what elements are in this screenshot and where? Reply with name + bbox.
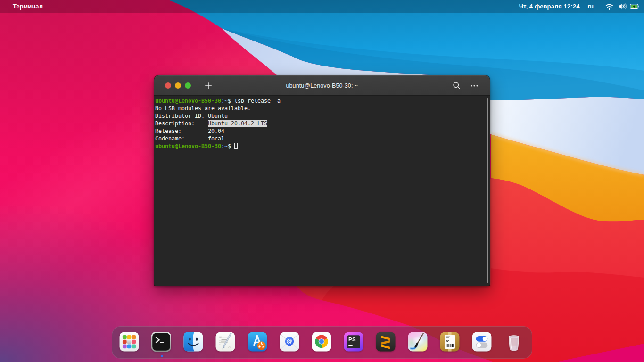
dock-item-files[interactable] (183, 332, 203, 352)
terminal-window: ubuntu@Lenovo-B50-30: ~ ubuntu@Lenovo-B5… (154, 75, 490, 286)
files-icon (183, 332, 203, 352)
svg-text:PS: PS (348, 337, 356, 342)
dock-item-phpstorm[interactable]: PS (344, 332, 363, 352)
wifi-icon[interactable] (605, 3, 614, 10)
dock-item-settings[interactable] (472, 332, 492, 352)
menu-icon[interactable] (467, 75, 481, 96)
ubuntu-software-icon (248, 332, 267, 352)
terminal-app-icon (151, 332, 171, 352)
terminal-scrollbar[interactable] (487, 98, 488, 283)
mail-icon: @ (280, 332, 299, 352)
window-headerbar[interactable]: ubuntu@Lenovo-B50-30: ~ (154, 75, 490, 96)
terminal-line: Codename: focal (155, 135, 490, 142)
terminal-line: Distributor ID: Ubuntu (155, 112, 490, 120)
dock-item-trash[interactable] (504, 332, 524, 352)
dock-item-mail[interactable]: @ (280, 332, 299, 352)
dock-item-package-tracker[interactable]: TO: (440, 332, 460, 352)
paint-icon (408, 332, 428, 352)
clock[interactable]: Чт, 4 февраля 12:24 (519, 3, 580, 10)
dock-item-notes[interactable] (215, 332, 235, 352)
dock: @ PS (112, 326, 532, 359)
launchpad-icon (119, 332, 139, 352)
dock-item-sublime[interactable] (376, 332, 396, 352)
volume-icon[interactable] (618, 3, 627, 10)
sublime-text-icon (376, 332, 396, 352)
window-title: ubuntu@Lenovo-B50-30: ~ (154, 75, 490, 96)
svg-text:@: @ (287, 337, 293, 345)
dock-item-terminal[interactable] (151, 332, 171, 352)
battery-charging-icon[interactable] (630, 3, 640, 9)
chrome-icon (312, 332, 331, 352)
dock-item-ubuntu-software[interactable] (248, 332, 267, 352)
settings-icon (472, 332, 492, 352)
terminal-line: Release: 20.04 (155, 127, 490, 135)
package-tracker-icon: TO: (440, 332, 460, 352)
search-icon[interactable] (449, 75, 463, 96)
terminal-line: No LSB modules are available. (155, 105, 490, 112)
terminal-line: Description: Ubuntu 20.04.2 LTS (155, 120, 490, 127)
running-indicator-dot (161, 355, 163, 357)
trash-icon (504, 332, 524, 352)
terminal-line: ubuntu@Lenovo-B50-30:~$ lsb_release -a (155, 97, 490, 105)
svg-text:TO:: TO: (446, 340, 450, 343)
terminal-content[interactable]: ubuntu@Lenovo-B50-30:~$ lsb_release -aNo… (154, 96, 490, 286)
dock-item-launchpad[interactable] (119, 332, 139, 352)
terminal-line: ubuntu@Lenovo-B50-30:~$ (155, 142, 490, 150)
dock-item-paint[interactable] (408, 332, 428, 352)
top-bar: Терминал Чт, 4 февраля 12:24 ru (0, 0, 644, 13)
keyboard-layout-indicator[interactable]: ru (588, 3, 594, 10)
notes-icon (215, 332, 235, 352)
phpstorm-icon: PS (344, 332, 363, 352)
active-app-name[interactable]: Терминал (13, 3, 43, 10)
dock-item-chrome[interactable] (312, 332, 331, 352)
